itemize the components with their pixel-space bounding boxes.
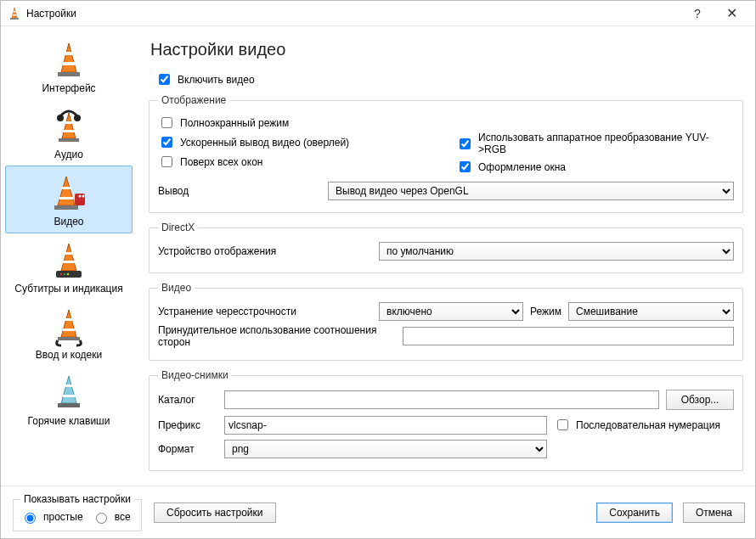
sidebar-item-label: Субтитры и индикация xyxy=(14,283,122,295)
svg-marker-14 xyxy=(58,177,75,205)
snapshots-legend: Видео-снимки xyxy=(158,369,232,381)
close-button[interactable]: ✕ xyxy=(714,2,748,25)
sequential-label: Последовательная нумерация xyxy=(576,419,720,431)
directx-group: DirectX Устройство отображения по умолча… xyxy=(149,222,743,273)
svg-point-12 xyxy=(57,115,64,121)
svg-rect-15 xyxy=(61,187,71,189)
fullscreen-checkbox[interactable]: Полноэкранный режим xyxy=(158,115,436,131)
footer: Показывать настройки простые все Сбросит… xyxy=(1,486,755,538)
help-button[interactable]: ? xyxy=(680,2,714,25)
cone-headphones-icon xyxy=(43,103,94,149)
svg-rect-5 xyxy=(65,52,73,55)
output-label: Вывод xyxy=(158,185,319,197)
svg-point-27 xyxy=(67,273,69,275)
display-legend: Отображение xyxy=(158,94,229,106)
display-device-select[interactable]: по умолчанию xyxy=(379,242,734,261)
svg-rect-2 xyxy=(13,14,16,16)
always-on-top-checkbox[interactable]: Поверх всех окон xyxy=(158,154,436,170)
all-radio-input[interactable] xyxy=(96,513,107,524)
svg-marker-21 xyxy=(61,244,76,271)
hw-yuv-rgb-input[interactable] xyxy=(460,138,471,149)
enable-video-checkbox[interactable]: Включить видео xyxy=(155,71,743,87)
window-decorations-input[interactable] xyxy=(460,161,471,172)
video-legend: Видео xyxy=(158,282,195,294)
sidebar-item-subtitles[interactable]: Субтитры и индикация xyxy=(5,233,133,300)
fullscreen-input[interactable] xyxy=(161,117,172,128)
svg-rect-29 xyxy=(65,318,73,321)
all-radio[interactable]: все xyxy=(92,510,131,524)
sidebar-item-hotkeys[interactable]: Горячие клавиши xyxy=(5,366,133,432)
deinterlace-mode-select[interactable]: Смешивание xyxy=(568,302,734,321)
directx-legend: DirectX xyxy=(158,222,198,233)
sequential-input[interactable] xyxy=(557,419,568,430)
cone-hotkeys-icon xyxy=(43,369,94,415)
always-on-top-input[interactable] xyxy=(161,156,172,167)
deinterlace-mode-label: Режим xyxy=(530,306,561,317)
svg-marker-32 xyxy=(61,376,76,403)
sidebar-item-input-codecs[interactable]: Ввод и кодеки xyxy=(5,300,133,366)
show-settings-group: Показывать настройки простые все xyxy=(13,493,142,531)
svg-rect-33 xyxy=(65,385,73,387)
sidebar-item-label: Интерфейс xyxy=(42,82,95,94)
display-group: Отображение Полноэкранный режим Ускоренн… xyxy=(149,94,743,213)
window-title: Настройки xyxy=(26,8,680,20)
forced-aspect-label: Принудительное использование соотношения… xyxy=(158,324,394,348)
svg-marker-4 xyxy=(61,43,76,72)
svg-point-19 xyxy=(79,195,82,198)
simple-radio[interactable]: простые xyxy=(20,510,83,524)
svg-marker-28 xyxy=(61,310,76,337)
enable-video-input[interactable] xyxy=(159,74,170,85)
sidebar-item-audio[interactable]: Аудио xyxy=(5,99,133,166)
output-select[interactable]: Вывод видео через OpenGL xyxy=(328,182,734,200)
snapshot-dir-input[interactable] xyxy=(224,390,659,409)
fullscreen-label: Полноэкранный режим xyxy=(180,117,289,129)
cancel-button[interactable]: Отмена xyxy=(683,503,745,523)
deinterlace-select[interactable]: включено xyxy=(379,302,523,321)
reset-button[interactable]: Сбросить настройки xyxy=(154,503,275,523)
snapshot-prefix-label: Префикс xyxy=(158,419,217,431)
overlay-input[interactable] xyxy=(161,137,172,148)
sidebar-item-video[interactable]: Видео xyxy=(5,166,133,233)
svg-rect-23 xyxy=(63,261,75,263)
sidebar-item-interface[interactable]: Интерфейс xyxy=(5,33,133,99)
svg-rect-31 xyxy=(58,337,80,340)
video-group: Видео Устранение чересстрочности включен… xyxy=(149,282,743,361)
sidebar-item-label: Горячие клавиши xyxy=(28,415,110,427)
hw-yuv-rgb-label: Использовать аппаратное преобразование Y… xyxy=(478,132,734,155)
snapshot-prefix-input[interactable] xyxy=(224,416,547,435)
svg-rect-6 xyxy=(63,62,75,65)
simple-radio-input[interactable] xyxy=(25,513,36,524)
svg-rect-35 xyxy=(58,403,80,407)
cone-subtitles-icon xyxy=(43,237,94,283)
svg-point-13 xyxy=(74,115,81,121)
forced-aspect-input[interactable] xyxy=(403,327,734,345)
always-on-top-label: Поверх всех окон xyxy=(180,156,262,168)
cone-icon xyxy=(43,36,94,82)
sequential-checkbox[interactable]: Последовательная нумерация xyxy=(554,417,720,433)
window-decorations-checkbox[interactable]: Оформление окна xyxy=(456,159,734,175)
save-button[interactable]: Сохранить xyxy=(596,503,673,523)
cone-cables-icon xyxy=(43,303,94,349)
enable-video-label: Включить видео xyxy=(178,74,255,86)
svg-marker-8 xyxy=(62,113,76,138)
svg-point-20 xyxy=(82,195,85,198)
sidebar: Интерфейс Аудио Видео Субтитры и индикац… xyxy=(1,26,137,486)
overlay-checkbox[interactable]: Ускоренный вывод видео (оверлей) xyxy=(158,134,436,150)
svg-rect-7 xyxy=(58,72,80,76)
svg-rect-1 xyxy=(14,11,16,13)
window-decorations-label: Оформление окна xyxy=(478,161,566,173)
sidebar-item-label: Аудио xyxy=(54,149,83,160)
svg-rect-22 xyxy=(65,252,73,255)
svg-point-25 xyxy=(60,273,62,275)
all-label: все xyxy=(115,511,131,523)
snapshot-format-select[interactable]: png xyxy=(224,440,547,458)
browse-button[interactable]: Обзор... xyxy=(666,390,734,410)
svg-rect-30 xyxy=(63,328,75,331)
settings-window: Настройки ? ✕ Интерфейс Аудио Видео Субт… xyxy=(0,0,756,539)
deinterlace-label: Устранение чересстрочности xyxy=(158,306,370,317)
svg-marker-0 xyxy=(12,8,17,18)
hw-yuv-rgb-checkbox[interactable]: Использовать аппаратное преобразование Y… xyxy=(456,132,734,155)
svg-point-26 xyxy=(64,273,65,275)
svg-rect-10 xyxy=(63,130,75,132)
sidebar-item-label: Ввод и кодеки xyxy=(36,349,102,361)
